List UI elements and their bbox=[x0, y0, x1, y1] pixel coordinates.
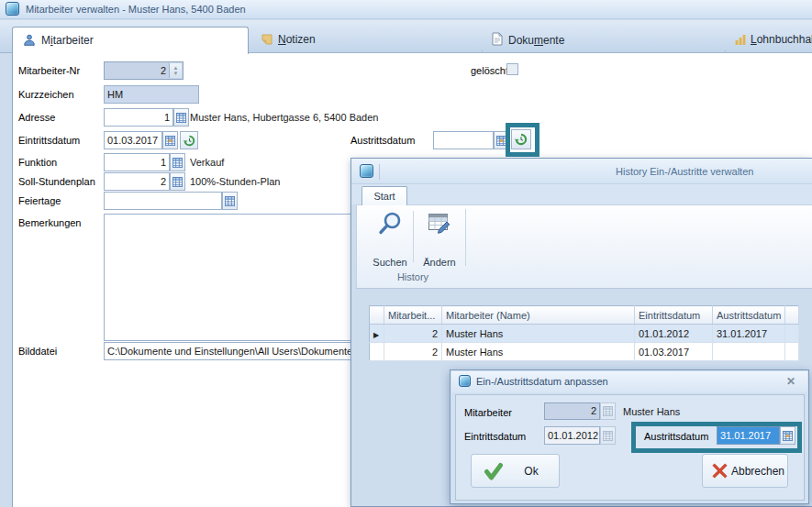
soll-stundenplan-label: Soll-Stundenplan bbox=[18, 176, 95, 187]
app-icon bbox=[6, 2, 19, 16]
aendern-label: Ändern bbox=[423, 257, 455, 268]
row-selector-cell: ▶ bbox=[370, 325, 384, 343]
app-icon bbox=[360, 164, 373, 178]
ok-button[interactable]: Ok bbox=[471, 454, 560, 488]
cell-nr: 2 bbox=[384, 325, 442, 343]
table-row[interactable]: ▶ 2 Muster Hans 01.01.2012 31.01.2017 bbox=[370, 325, 799, 343]
history-ribbon: Suchen Ändern History bbox=[356, 204, 812, 289]
grid-lookup-icon bbox=[225, 196, 235, 206]
history-icon bbox=[183, 134, 196, 148]
tab-notizen-label: Notizen bbox=[278, 33, 316, 46]
cell-filler bbox=[785, 343, 799, 361]
person-icon bbox=[23, 34, 36, 49]
adresse-display-text: Muster Hans, Hubertgasse 6, 5400 Baden bbox=[190, 112, 378, 123]
cell-nr: 2 bbox=[384, 343, 442, 361]
grid-lookup-icon bbox=[603, 406, 613, 416]
ribbon-group-history-label: History bbox=[362, 271, 464, 282]
search-icon bbox=[377, 211, 403, 237]
history-table: Mitarbeit... Mitarbeiter (Name) Eintritt… bbox=[369, 305, 799, 361]
cancel-x-icon bbox=[711, 462, 729, 479]
ribbon-separator bbox=[413, 211, 414, 262]
payroll-chart-icon bbox=[734, 33, 747, 48]
soll-stundenplan-lookup-button[interactable] bbox=[170, 172, 185, 191]
col-mitarbeiter-nr[interactable]: Mitarbeit... bbox=[384, 306, 442, 325]
aendern-button[interactable]: Ändern bbox=[416, 209, 463, 268]
row-selector-header[interactable] bbox=[370, 306, 384, 325]
table-row[interactable]: 2 Muster Hans 01.03.2017 bbox=[370, 343, 799, 361]
ok-label: Ok bbox=[504, 465, 559, 478]
tab-lohnbuchhaltung-label: Lohnbuchhaltu bbox=[751, 33, 812, 46]
funktion-lookup-button[interactable] bbox=[170, 153, 185, 171]
funktion-display-text: Verkauf bbox=[190, 157, 224, 168]
row-selector-cell bbox=[370, 343, 384, 361]
grid-lookup-icon bbox=[176, 113, 186, 123]
ribbon-group-separator bbox=[465, 209, 466, 266]
main-window-titlebar: Mitarbeiter verwalten - Muster Hans, 540… bbox=[0, 0, 812, 19]
calendar-icon bbox=[165, 136, 175, 146]
funktion-field[interactable]: 1 bbox=[104, 153, 170, 171]
spinner-arrows-icon[interactable]: ▲▼ bbox=[169, 63, 182, 78]
geloescht-checkbox[interactable] bbox=[506, 63, 518, 75]
dialog-eintrittsdatum-field[interactable]: 01.01.2012 bbox=[544, 426, 600, 445]
history-window-titlebar: History Ein-/Austritte verwalten bbox=[351, 159, 812, 184]
kurzzeichen-field[interactable]: HM bbox=[104, 85, 199, 104]
eintrittsdatum-calendar-button[interactable] bbox=[162, 131, 178, 149]
mitarbeiter-nr-label: Mitarbeiter-Nr bbox=[18, 65, 80, 76]
geloescht-label: gelöscht bbox=[471, 65, 508, 76]
grid-lookup-icon bbox=[603, 431, 613, 441]
eintrittsdatum-history-button[interactable] bbox=[180, 131, 198, 149]
cell-austritt: 31.01.2017 bbox=[713, 325, 785, 343]
cell-eintritt: 01.03.2017 bbox=[635, 343, 713, 361]
window-title: Mitarbeiter verwalten - Muster Hans, 540… bbox=[26, 4, 246, 15]
dialog-mitarbeiter-lookup-button[interactable] bbox=[600, 402, 616, 420]
adresse-label: Adresse bbox=[18, 112, 55, 123]
app-icon bbox=[459, 375, 471, 387]
col-mitarbeiter-name[interactable]: Mitarbeiter (Name) bbox=[442, 306, 635, 325]
adresse-lookup-button[interactable] bbox=[173, 108, 189, 127]
titlebar-separator bbox=[379, 164, 380, 180]
edit-dialog-title: Ein-/Austrittsdatum anpassen bbox=[476, 376, 608, 387]
soll-stundenplan-field[interactable]: 2 bbox=[104, 172, 170, 191]
cell-austritt bbox=[713, 343, 785, 361]
annotation-box-history-button bbox=[506, 123, 539, 157]
close-icon[interactable]: ✕ bbox=[786, 375, 795, 388]
tab-dokumente-label: Dokumente bbox=[508, 34, 564, 47]
suchen-button[interactable]: Suchen bbox=[369, 209, 411, 268]
austrittsdatum-label: Austrittsdatum bbox=[350, 135, 415, 146]
dialog-mitarbeiter-label: Mitarbeiter bbox=[464, 407, 512, 418]
tab-mitarbeiter-label: Mitarbeiter bbox=[41, 34, 94, 47]
grid-lookup-icon bbox=[172, 177, 183, 187]
col-eintrittsdatum[interactable]: Eintrittsdatum bbox=[635, 306, 713, 325]
suchen-label: Suchen bbox=[373, 257, 406, 268]
dialog-eintrittsdatum-label: Eintrittsdatum bbox=[464, 431, 526, 442]
bilddatei-label: Bilddatei bbox=[18, 346, 57, 357]
dialog-mitarbeiter-field[interactable]: 2 bbox=[544, 402, 600, 420]
edit-dialog-titlebar: Ein-/Austrittsdatum anpassen ✕ bbox=[451, 371, 807, 392]
austrittsdatum-field[interactable] bbox=[433, 131, 494, 149]
adresse-field[interactable]: 1 bbox=[104, 108, 173, 127]
grid-lookup-icon bbox=[172, 158, 183, 168]
eintrittsdatum-label: Eintrittsdatum bbox=[18, 135, 80, 146]
table-edit-icon bbox=[427, 211, 452, 237]
history-ribbon-tabstrip bbox=[351, 184, 812, 204]
eintrittsdatum-field[interactable]: 01.03.2017 bbox=[104, 131, 162, 149]
feiertage-label: Feiertage bbox=[18, 195, 61, 206]
document-icon bbox=[492, 32, 503, 48]
kurzzeichen-label: Kurzzeichen bbox=[18, 89, 74, 100]
bemerkungen-label: Bemerkungen bbox=[18, 217, 82, 228]
tab-start[interactable]: Start bbox=[362, 186, 407, 205]
dialog-mitarbeiter-name-text: Muster Hans bbox=[623, 406, 680, 417]
mitarbeiter-nr-field[interactable]: 2 ▲▼ bbox=[104, 61, 184, 80]
tab-mitarbeiter[interactable]: Mitarbeiter bbox=[12, 27, 249, 54]
col-austrittsdatum[interactable]: Austrittsdatum bbox=[713, 306, 785, 325]
edit-dialog: Ein-/Austrittsdatum anpassen ✕ Mitarbeit… bbox=[450, 369, 809, 504]
abbrechen-button[interactable]: Abbrechen bbox=[702, 454, 788, 488]
history-table-header-row: Mitarbeit... Mitarbeiter (Name) Eintritt… bbox=[370, 306, 799, 325]
abbrechen-label: Abbrechen bbox=[729, 465, 787, 478]
feiertage-lookup-button[interactable] bbox=[222, 192, 238, 210]
feiertage-field[interactable] bbox=[104, 192, 222, 210]
cell-eintritt: 01.01.2012 bbox=[635, 325, 713, 343]
dialog-eintrittsdatum-lookup-button[interactable] bbox=[600, 426, 616, 445]
check-icon bbox=[484, 461, 504, 481]
col-filler bbox=[785, 306, 799, 325]
